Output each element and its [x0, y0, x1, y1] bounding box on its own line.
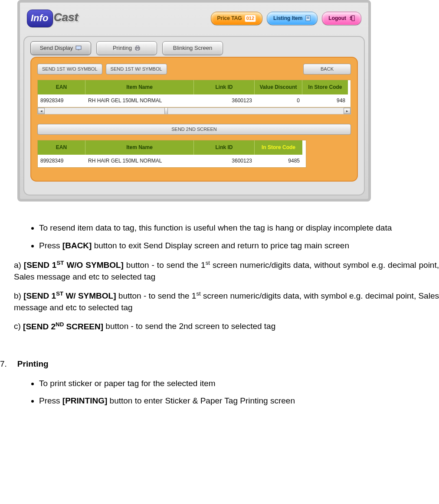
send-2nd-screen-button[interactable]: SEND 2ND SCREEN	[37, 124, 351, 135]
titlebar: Info Cast Price TAG 012 Listing Item Log…	[21, 7, 367, 33]
th2-ean: EAN	[38, 140, 85, 155]
button-bar-1: SEND 1ST W/O SYMBOL SEND 1ST W/ SYMBOL B…	[37, 64, 351, 75]
scroll-left-icon[interactable]: ◂	[38, 108, 45, 114]
th-link-id: Link ID	[194, 80, 255, 94]
th2-in-store-code: In Store Code	[255, 140, 302, 155]
tab-blinking-label: Blinking Screen	[173, 44, 212, 52]
table-2-header: EAN Item Name Link ID In Store Code	[38, 140, 306, 155]
td-item-name: RH HAIR GEL 150ML NORMAL	[85, 94, 194, 107]
svg-rect-10	[136, 49, 139, 50]
th-in-store-code: In Store Code	[302, 80, 348, 94]
infocast-logo: Info Cast	[27, 10, 79, 27]
send-display-card: SEND 1ST W/O SYMBOL SEND 1ST W/ SYMBOL B…	[30, 57, 358, 182]
tab-blinking-screen[interactable]: Blinking Screen	[162, 41, 223, 55]
svg-rect-7	[78, 49, 79, 50]
table-1-header: EAN Item Name Link ID Value Discount In …	[38, 80, 351, 94]
tab-send-display-label: Send Display	[40, 44, 73, 52]
listing-item-label: Listing Item	[273, 15, 302, 22]
table-row[interactable]: 89928349 RH HAIR GEL 150ML NORMAL 360012…	[38, 94, 351, 107]
content-panel: Send Display Printing Blinking Screen SE…	[23, 36, 365, 195]
th-item-name: Item Name	[85, 80, 194, 94]
app-window: Info Cast Price TAG 012 Listing Item Log…	[17, 0, 371, 202]
listing-item-pill[interactable]: Listing Item	[267, 12, 318, 25]
td-in-store-code: 948	[302, 94, 348, 107]
scroll-track[interactable]	[45, 108, 344, 114]
price-tag-label: Price TAG	[217, 15, 242, 22]
price-tag-pill[interactable]: Price TAG 012	[211, 12, 263, 25]
scroll-thumb[interactable]	[164, 108, 168, 114]
table-row[interactable]: 89928349 RH HAIR GEL 150ML NORMAL 360012…	[38, 155, 306, 167]
td-link-id: 3600123	[194, 94, 255, 107]
logo-cast-text: Cast	[54, 10, 78, 25]
exit-icon	[349, 15, 355, 21]
th2-item-name: Item Name	[85, 140, 194, 155]
price-tag-badge: 012	[245, 15, 256, 22]
td2-ean: 89928349	[38, 155, 85, 167]
para-b: b) [SEND 1ST W/ SYMBOL] button - to send…	[14, 290, 439, 314]
td2-link-id: 3600123	[194, 155, 255, 167]
bullet-print-2: Press [PRINTING] button to enter Sticker…	[39, 395, 439, 407]
td-value-discount: 0	[255, 94, 302, 107]
svg-rect-4	[352, 16, 354, 21]
document-icon	[305, 15, 311, 21]
monitor-icon	[75, 45, 82, 51]
back-button[interactable]: BACK	[303, 64, 351, 75]
scroll-right-icon[interactable]: ▸	[344, 108, 351, 114]
section-7-heading: 7. Printing	[0, 358, 439, 370]
th2-link-id: Link ID	[194, 140, 255, 155]
th-ean: EAN	[38, 80, 85, 94]
table-1: EAN Item Name Link ID Value Discount In …	[37, 80, 351, 107]
th-value-discount: Value Discount	[255, 80, 302, 94]
logout-pill[interactable]: Logout	[322, 12, 361, 25]
tab-row: Send Display Printing Blinking Screen	[24, 41, 364, 55]
td2-in-store-code: 9485	[255, 155, 302, 167]
send-1st-wo-symbol-button[interactable]: SEND 1ST W/O SYMBOL	[37, 64, 102, 75]
bullet-print-1: To print sticker or paper tag for the se…	[39, 378, 439, 390]
bullet-resend: To resend item data to tag, this functio…	[39, 222, 439, 234]
table-2: EAN Item Name Link ID In Store Code 8992…	[37, 140, 306, 168]
svg-rect-9	[136, 46, 139, 47]
para-a: a) [SEND 1ST W/O SYMBOL] button - to sen…	[14, 259, 439, 283]
td2-item-name: RH HAIR GEL 150ML NORMAL	[85, 155, 194, 167]
para-c: c) [SEND 2ND SCREEN] button - to send th…	[14, 320, 439, 332]
horizontal-scrollbar[interactable]: ◂ ▸	[37, 107, 351, 114]
logo-info-badge: Info	[27, 10, 53, 27]
header-pill-row: Price TAG 012 Listing Item Logout	[211, 12, 362, 25]
tab-send-display[interactable]: Send Display	[30, 41, 91, 55]
td-ean: 89928349	[38, 94, 85, 107]
send-1st-w-symbol-button[interactable]: SEND 1ST W/ SYMBOL	[106, 64, 167, 75]
tab-printing-label: Printing	[113, 44, 132, 52]
svg-rect-6	[76, 46, 81, 49]
svg-rect-0	[306, 16, 310, 21]
document-body: To resend item data to tag, this functio…	[0, 202, 439, 432]
logout-label: Logout	[328, 15, 346, 22]
printer-icon	[134, 45, 141, 51]
bullet-back: Press [BACK] button to exit Send Display…	[39, 240, 439, 252]
tab-printing[interactable]: Printing	[96, 41, 157, 55]
svg-point-5	[351, 16, 351, 17]
